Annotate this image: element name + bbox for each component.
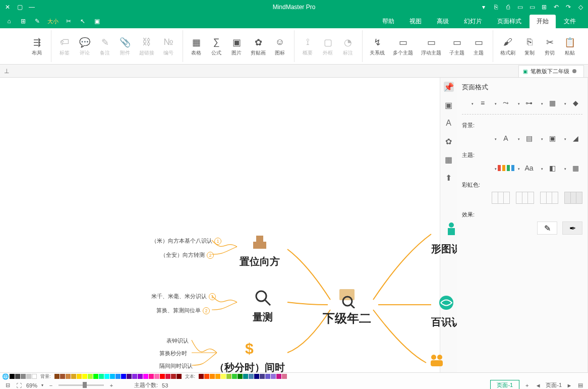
layout-grid-icon[interactable]: ▦▾ (545, 97, 559, 109)
export-icon[interactable]: ⎘ (492, 4, 499, 11)
tab-pagestyle[interactable]: 页面样式 (490, 15, 528, 28)
swatch[interactable] (282, 374, 287, 379)
add-page-icon[interactable]: + (523, 382, 531, 389)
swatch[interactable] (82, 374, 87, 379)
image-button[interactable]: ▣图片 (228, 35, 245, 58)
swatch[interactable] (232, 374, 237, 379)
tab-start[interactable]: 开始 (530, 15, 556, 28)
swatch[interactable] (199, 374, 204, 379)
home-icon[interactable]: ⌂ (5, 17, 13, 25)
export-tool-icon[interactable]: ⬆ (444, 173, 454, 183)
swatch[interactable] (165, 374, 170, 379)
zoom-minus-icon[interactable]: − (47, 382, 54, 389)
attachment-button[interactable]: 📎附件 (117, 35, 133, 58)
clover-icon[interactable]: ✿ (444, 136, 454, 146)
new-icon[interactable]: ⊞ (541, 4, 548, 11)
style-tool-icon[interactable]: ▣ (444, 100, 454, 110)
theme-colors-icon[interactable]: ▾ (499, 162, 513, 174)
swatch[interactable] (149, 374, 154, 379)
swatch[interactable] (160, 374, 165, 379)
leaf-l3-1[interactable]: 表钟识认 (166, 337, 189, 345)
prev-page-icon[interactable]: ◄ (535, 382, 542, 389)
swatch[interactable] (15, 374, 20, 379)
tab-slideshow[interactable]: 幻灯片 (457, 15, 489, 28)
bg-image-icon[interactable]: ▣▾ (545, 132, 559, 144)
swatch[interactable] (93, 374, 98, 379)
swatch[interactable] (249, 374, 254, 379)
shirt-icon[interactable]: ✎ (33, 17, 41, 25)
tab-help[interactable]: 帮助 (375, 15, 401, 28)
branch-style-icon[interactable]: ⊶▾ (522, 97, 536, 109)
swatch[interactable] (210, 374, 215, 379)
comment-button[interactable]: 💬评论 (77, 35, 93, 58)
open-icon[interactable]: ▭ (528, 4, 536, 11)
minimize-icon[interactable]: — (28, 4, 35, 11)
leaf-l2-2[interactable]: 2算换、算测间位单 (156, 307, 210, 314)
connector-icon[interactable]: ⤳▾ (499, 97, 513, 109)
swatch[interactable] (104, 374, 109, 379)
calendar-icon[interactable]: ▦ (444, 154, 454, 164)
swatch[interactable] (32, 374, 37, 379)
rainbow-opt-2[interactable] (540, 192, 558, 204)
center-node[interactable]: 下级年二 (323, 287, 371, 326)
cut-button[interactable]: ✂剪切 (542, 35, 558, 58)
boundary-button[interactable]: ▢外框 (320, 35, 336, 58)
swatch[interactable] (77, 374, 82, 379)
canvas[interactable]: 📌 ▣ A ✿ ▦ ⬆ (0, 78, 457, 372)
swatch[interactable] (215, 374, 220, 379)
subtopic-button[interactable]: ▭子主题 (447, 35, 466, 58)
undo-icon[interactable]: ↶ (553, 4, 560, 11)
swatch[interactable] (271, 374, 276, 379)
pages-icon[interactable]: ▤ (577, 382, 584, 389)
zoom-out-icon[interactable]: ⊟ (4, 382, 11, 389)
swatch[interactable] (26, 374, 31, 379)
style-thumb-icon[interactable]: ◆▾ (568, 97, 582, 109)
rainbow-opt-3[interactable] (516, 192, 534, 204)
number-button[interactable]: №编号 (160, 35, 177, 58)
theme-grid-icon[interactable]: ▦▾ (568, 162, 582, 174)
fit-icon[interactable]: ⛶ (15, 382, 22, 389)
branch-shapes[interactable]: 形图识认 (431, 219, 457, 256)
effect-btn-1[interactable]: ✒ (562, 221, 582, 235)
theme-style-icon[interactable]: ◧▾ (545, 162, 559, 174)
fill-icon[interactable]: ◢▾ (568, 132, 582, 144)
zoom-plus-icon[interactable]: + (108, 382, 115, 389)
swatch[interactable] (88, 374, 93, 379)
swatch[interactable] (143, 374, 148, 379)
swatch[interactable] (154, 374, 159, 379)
multi-topic-button[interactable]: ▭多个主题 (391, 35, 415, 58)
next-page-icon[interactable]: ► (566, 382, 573, 389)
numbering-icon[interactable]: ≡▾ (476, 97, 490, 109)
swatch[interactable] (21, 374, 26, 379)
rainbow-opt-1[interactable] (564, 192, 582, 204)
swatch[interactable] (243, 374, 248, 379)
doc-tab[interactable]: ▣ 笔教版下二年级 (518, 65, 584, 77)
print-icon[interactable]: ⎙ (504, 4, 511, 11)
swatch[interactable] (115, 374, 121, 379)
swatch[interactable] (71, 374, 76, 379)
swatch[interactable] (221, 374, 226, 379)
text-tool-icon[interactable]: A (444, 118, 454, 128)
floating-topic-button[interactable]: ▭浮动主题 (419, 35, 443, 58)
swatch[interactable] (132, 374, 137, 379)
tab-view[interactable]: 视图 (402, 15, 429, 28)
select-icon[interactable]: ▣ (93, 17, 101, 25)
swatch[interactable] (10, 374, 15, 379)
swatch[interactable] (276, 374, 281, 379)
branch-time[interactable]: $ （秒分时）间时 (214, 338, 285, 372)
swatch[interactable] (121, 374, 126, 379)
swatch[interactable] (138, 374, 143, 379)
note-button[interactable]: ✎备注 (97, 35, 113, 58)
layout-button[interactable]: ⇶布局 (29, 35, 45, 58)
branch-direction[interactable]: 置位向方 (240, 232, 280, 268)
font-icon[interactable]: Aa▾ (522, 162, 536, 174)
swatch[interactable] (60, 374, 65, 379)
format-brush-button[interactable]: 🖌格式刷 (498, 35, 517, 58)
pointer-icon[interactable]: ↖ (79, 17, 87, 25)
leaf-l1-1[interactable]: 1（米）向方本基个八识认 (151, 237, 221, 245)
swatch[interactable] (238, 374, 243, 379)
tab-file[interactable]: 文件 (557, 15, 583, 28)
link-button[interactable]: ⛓超链接 (137, 35, 156, 58)
pin-tool-icon[interactable]: 📌 (444, 82, 454, 92)
swatch[interactable] (99, 374, 104, 379)
